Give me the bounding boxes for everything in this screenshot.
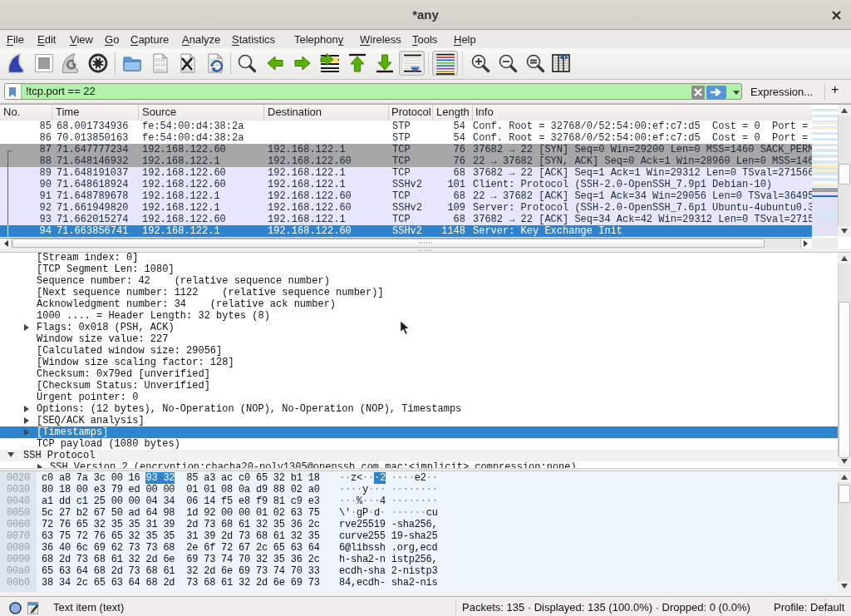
svg-text:0011: 0011 [155, 67, 165, 72]
